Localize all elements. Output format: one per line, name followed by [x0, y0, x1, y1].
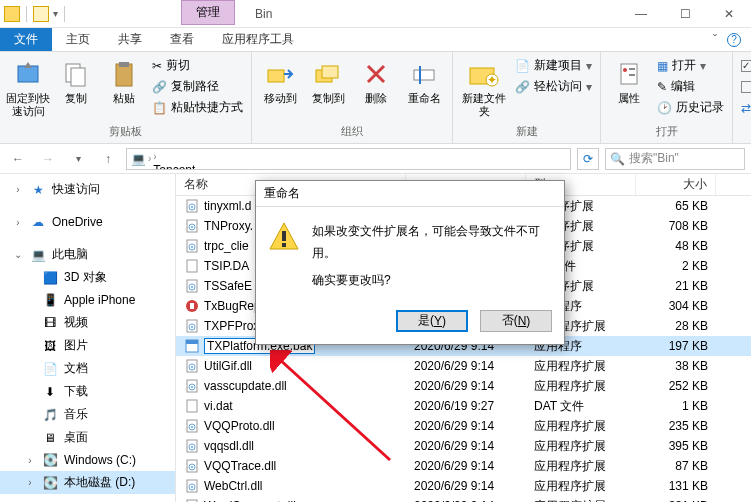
- disk-icon: 💽: [42, 475, 58, 491]
- sidebar-onedrive[interactable]: ›☁OneDrive: [0, 211, 175, 233]
- file-icon: [184, 458, 200, 474]
- svg-rect-8: [414, 70, 434, 80]
- tab-home[interactable]: 主页: [52, 28, 104, 51]
- move-to-button[interactable]: 移动到: [258, 54, 302, 105]
- paste-shortcut-button[interactable]: 📋粘贴快捷方式: [150, 98, 245, 117]
- warning-icon: [268, 221, 300, 253]
- qat-dropdown-icon[interactable]: ▾: [53, 8, 58, 19]
- sidebar-item[interactable]: 🟦3D 对象: [0, 266, 175, 289]
- rename-button[interactable]: 重命名: [402, 54, 446, 105]
- pin-quick-access-button[interactable]: 固定到快速访问: [6, 54, 50, 118]
- cut-button[interactable]: ✂剪切: [150, 56, 245, 75]
- dialog-message-2: 确实要更改吗?: [312, 270, 552, 292]
- properties-button[interactable]: 属性: [607, 54, 651, 105]
- history-button[interactable]: 🕑历史记录: [655, 98, 726, 117]
- back-button[interactable]: ←: [6, 147, 30, 171]
- history-icon: 🕑: [657, 101, 672, 115]
- pictures-icon: 🖼: [42, 338, 58, 354]
- easy-access-button[interactable]: 🔗轻松访问▾: [513, 77, 594, 96]
- file-row[interactable]: WebCtrl.dll2020/6/29 9:14应用程序扩展131 KB: [176, 476, 751, 496]
- svg-point-52: [191, 466, 193, 468]
- window-title: Bin: [255, 7, 272, 21]
- svg-point-19: [191, 206, 193, 208]
- maximize-button[interactable]: ☐: [663, 0, 707, 28]
- refresh-button[interactable]: ⟳: [577, 148, 599, 170]
- file-row[interactable]: WordSegment.dll2020/6/29 9:14应用程序扩展331 K…: [176, 496, 751, 502]
- breadcrumb-segment[interactable]: Tencent: [153, 163, 225, 170]
- svg-rect-7: [322, 66, 338, 78]
- no-button[interactable]: 否(N): [480, 310, 552, 332]
- file-row[interactable]: vi.dat2020/6/19 9:27DAT 文件1 KB: [176, 396, 751, 416]
- sidebar-item[interactable]: 🎞视频: [0, 311, 175, 334]
- help-icon[interactable]: ?: [727, 33, 741, 47]
- forward-button[interactable]: →: [36, 147, 60, 171]
- scissors-icon: ✂: [152, 59, 162, 73]
- copy-to-button[interactable]: 复制到: [306, 54, 350, 105]
- sidebar-item[interactable]: ›💽Windows (C:): [0, 449, 175, 471]
- folder-icon: [4, 6, 20, 22]
- file-icon: [184, 498, 200, 502]
- new-item-button[interactable]: 📄新建项目▾: [513, 56, 594, 75]
- file-row[interactable]: vasscupdate.dll2020/6/29 9:14应用程序扩展252 K…: [176, 376, 751, 396]
- col-size[interactable]: 大小: [636, 174, 716, 195]
- pc-icon: 💻: [30, 247, 46, 263]
- shortcut-icon: 📋: [152, 101, 167, 115]
- recent-dropdown[interactable]: ▾: [66, 147, 90, 171]
- address-bar[interactable]: 💻 › 此电脑 › 本地磁盘 (D:) › 电脑软件应用 › Tencent ›…: [126, 148, 571, 170]
- svg-rect-43: [187, 400, 197, 412]
- path-icon: 🔗: [152, 80, 167, 94]
- sidebar-item[interactable]: 📱Apple iPhone: [0, 289, 175, 311]
- file-row[interactable]: VQQProto.dll2020/6/29 9:14应用程序扩展235 KB: [176, 416, 751, 436]
- tab-share[interactable]: 共享: [104, 28, 156, 51]
- open-button[interactable]: ▦打开▾: [655, 56, 726, 75]
- svg-point-25: [191, 246, 193, 248]
- file-row[interactable]: UtilGif.dll2020/6/29 9:14应用程序扩展38 KB: [176, 356, 751, 376]
- file-icon: [184, 218, 200, 234]
- search-box[interactable]: 🔍 搜索"Bin": [605, 148, 745, 170]
- sidebar-this-pc[interactable]: ⌄💻此电脑: [0, 243, 175, 266]
- svg-point-39: [191, 366, 193, 368]
- search-placeholder: 搜索"Bin": [629, 150, 679, 167]
- yes-button[interactable]: 是(Y): [396, 310, 468, 332]
- ribbon-collapse-icon[interactable]: ˇ: [713, 33, 717, 47]
- edit-icon: ✎: [657, 80, 667, 94]
- delete-button[interactable]: 删除: [354, 54, 398, 105]
- close-button[interactable]: ✕: [707, 0, 751, 28]
- new-folder-button[interactable]: ✦ 新建文件夹: [459, 54, 509, 118]
- tab-file[interactable]: 文件: [0, 28, 52, 51]
- svg-rect-26: [187, 260, 197, 272]
- sidebar-item[interactable]: 🖼图片: [0, 334, 175, 357]
- sidebar-item[interactable]: ⬇下载: [0, 380, 175, 403]
- group-new-label: 新建: [459, 124, 594, 141]
- edit-button[interactable]: ✎编辑: [655, 77, 726, 96]
- context-tab-manage: 管理: [181, 0, 235, 25]
- group-organize-label: 组织: [258, 124, 446, 141]
- copy-button[interactable]: 复制: [54, 54, 98, 105]
- dialog-title: 重命名: [256, 181, 564, 207]
- svg-rect-15: [629, 68, 635, 70]
- tab-app-tools[interactable]: 应用程序工具: [208, 28, 308, 51]
- sidebar-item[interactable]: 🎵音乐: [0, 403, 175, 426]
- sidebar-item[interactable]: 🖥桌面: [0, 426, 175, 449]
- pc-icon: 💻: [131, 152, 146, 166]
- file-row[interactable]: vqqsdl.dll2020/6/29 9:14应用程序扩展395 KB: [176, 436, 751, 456]
- paste-button[interactable]: 粘贴: [102, 54, 146, 105]
- file-row[interactable]: VQQTrace.dll2020/6/29 9:14应用程序扩展87 KB: [176, 456, 751, 476]
- select-none-button[interactable]: 全部取消: [739, 77, 751, 96]
- sidebar-item[interactable]: 📄文档: [0, 357, 175, 380]
- minimize-button[interactable]: —: [619, 0, 663, 28]
- copy-path-button[interactable]: 🔗复制路径: [150, 77, 245, 96]
- folder-open-icon: [33, 6, 49, 22]
- tab-view[interactable]: 查看: [156, 28, 208, 51]
- up-button[interactable]: ↑: [96, 147, 120, 171]
- svg-point-49: [191, 446, 193, 448]
- disk-icon: 💽: [42, 452, 58, 468]
- breadcrumb-segment[interactable]: 电脑软件应用: [153, 148, 225, 150]
- invert-selection-button[interactable]: ⇄反向选择: [739, 98, 751, 117]
- svg-point-22: [191, 226, 193, 228]
- sidebar-quick-access[interactable]: ›★快速访问: [0, 178, 175, 201]
- select-all-button[interactable]: 全部选择: [739, 56, 751, 75]
- svg-rect-36: [186, 340, 198, 344]
- sidebar-item[interactable]: ›💽本地磁盘 (D:): [0, 471, 175, 494]
- group-open-label: 打开: [607, 124, 726, 141]
